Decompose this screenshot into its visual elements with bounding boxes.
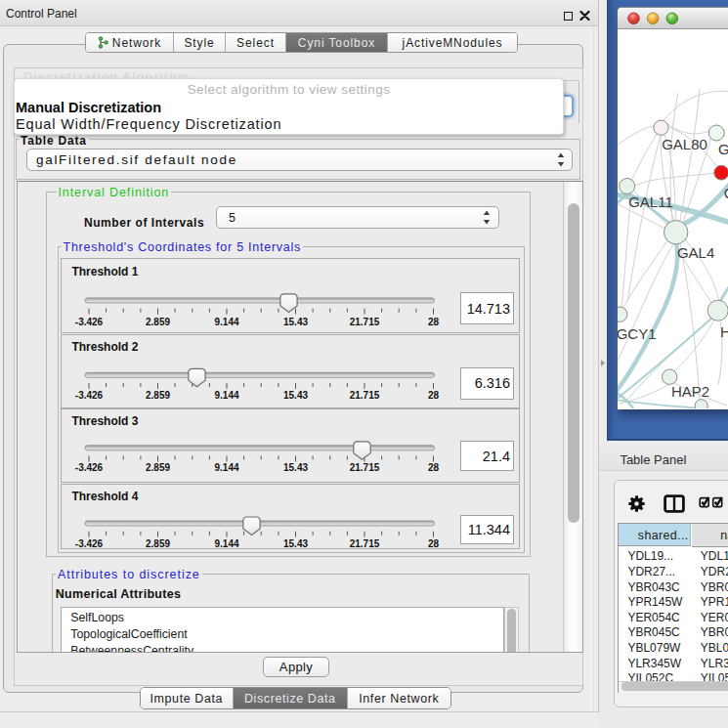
svg-text:9.144: 9.144 bbox=[214, 538, 238, 549]
svg-text:-3.426: -3.426 bbox=[74, 317, 103, 327]
svg-text:CD: CD bbox=[723, 185, 728, 201]
svg-text:HAP2: HAP2 bbox=[671, 383, 709, 400]
svg-text:2.859: 2.859 bbox=[145, 317, 169, 327]
svg-text:15.43: 15.43 bbox=[282, 462, 307, 473]
svg-text:GAL: GAL bbox=[718, 141, 728, 157]
svg-text:21.715: 21.715 bbox=[349, 389, 379, 400]
svg-text:9.144: 9.144 bbox=[214, 462, 238, 473]
svg-text:21.715: 21.715 bbox=[349, 317, 379, 327]
svg-text:28: 28 bbox=[427, 389, 439, 400]
svg-text:21.715: 21.715 bbox=[349, 462, 379, 473]
svg-text:2.859: 2.859 bbox=[145, 389, 169, 400]
svg-text:-3.426: -3.426 bbox=[74, 462, 103, 473]
svg-text:9.144: 9.144 bbox=[214, 317, 238, 327]
svg-text:28: 28 bbox=[427, 538, 439, 549]
svg-text:9.144: 9.144 bbox=[214, 389, 238, 400]
svg-text:2.859: 2.859 bbox=[145, 538, 169, 549]
svg-text:21.715: 21.715 bbox=[349, 538, 379, 549]
svg-text:15.43: 15.43 bbox=[282, 389, 307, 400]
svg-text:-3.426: -3.426 bbox=[74, 538, 103, 549]
svg-text:GAL80: GAL80 bbox=[662, 136, 707, 152]
svg-text:-3.426: -3.426 bbox=[74, 389, 103, 400]
svg-text:HAP: HAP bbox=[720, 323, 728, 340]
svg-text:2.859: 2.859 bbox=[145, 462, 169, 473]
svg-text:15.43: 15.43 bbox=[282, 317, 307, 327]
svg-text:28: 28 bbox=[427, 462, 439, 473]
svg-text:28: 28 bbox=[427, 317, 439, 327]
svg-text:15.43: 15.43 bbox=[282, 538, 307, 549]
svg-text:GAL11: GAL11 bbox=[628, 193, 673, 210]
svg-text:GAL4: GAL4 bbox=[677, 244, 714, 261]
svg-text:GCY1: GCY1 bbox=[618, 325, 657, 342]
